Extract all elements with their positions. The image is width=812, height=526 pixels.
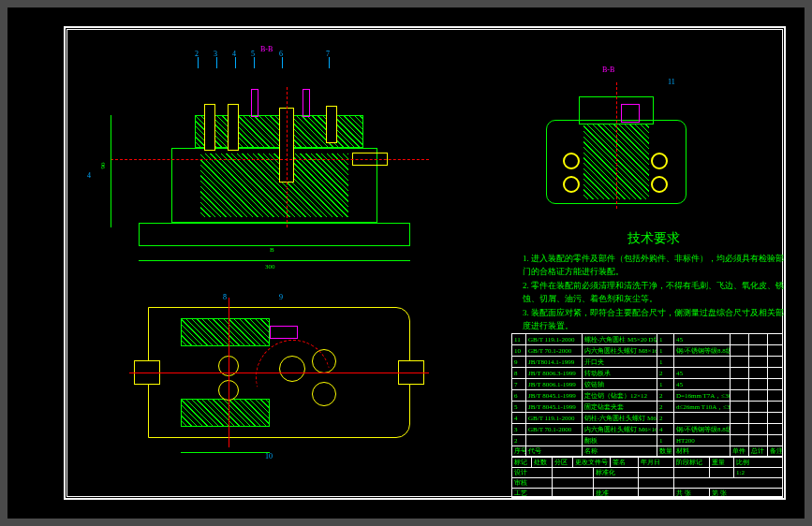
dim-height: 90 (99, 163, 107, 169)
horiz-centerline (111, 159, 429, 160)
callout-8: 8 (223, 293, 227, 301)
tb-mark: 标记 (511, 458, 532, 467)
tb-sheet: 第 张 (710, 489, 783, 497)
bom-row: 4GB/T 119.1-2000销柱-六角圆柱头螺钉 M6×252 (511, 412, 783, 423)
side-hole-l1 (563, 153, 580, 169)
side-section-label: B-B (602, 66, 614, 74)
front-elevation-view: B-B 2 3 4 5 6 7 90 4 300 B (139, 59, 410, 246)
plan-bush-top (270, 326, 298, 339)
plan-v-centerline (229, 298, 229, 447)
bolt-1 (204, 104, 215, 151)
tech-req-title: 技术要求 (523, 230, 785, 247)
tb-approve: 批准 (594, 489, 639, 497)
drill-bush-1 (251, 89, 258, 117)
tech-req-item-3: 3. 装配面应对紧，即符合主要配合尺寸，侧测量过盘综合尺寸及相关部度进行装置。 (523, 307, 785, 332)
tb-ratio: 比例 (734, 458, 783, 467)
callout-10: 10 (265, 452, 273, 460)
side-hole-r1 (651, 153, 668, 169)
bom-hdr-note: 备注 (768, 446, 783, 456)
tb-sign: 签名 (611, 458, 639, 467)
plan-hatch-top (181, 318, 270, 346)
tb-change: 更改文件号 (573, 458, 611, 467)
bom-table: 11GB/T 119.1-2000螺栓-六角圆柱 M5×20 D级14510GB… (511, 333, 783, 446)
tb-zone: 处数 (532, 458, 553, 467)
tb-weight: 重量 (710, 458, 734, 467)
bom-row: 6JB/T 8045.1-1999定位销（钻套）12×122D=16mm T7A… (511, 389, 783, 401)
tb-sheets: 共 张 (674, 489, 710, 497)
bom-row: 9JB/T8014.1-1999开口夹1 (511, 356, 783, 367)
bom-hdr-mat: 材料 (674, 446, 731, 456)
bom-hdr-name: 名称 (583, 446, 657, 456)
bom-row: 5JB/T 8045.1-1999固定钻套夹套2d≤26mm T10A，≤30m… (511, 401, 783, 412)
dim-ext-bottom (139, 260, 410, 261)
bom-hdr-unit: 单件 (731, 446, 749, 456)
bom-row: 3GB/T 70.1-2000内六角圆柱头螺钉 M6×164钢/不锈钢等级8.8… (511, 423, 783, 434)
tb-std: 标准化 (594, 468, 639, 477)
tb-check: 审核 (511, 478, 553, 488)
plan-hatch-bottom (181, 399, 270, 427)
dim-width: 300 (265, 263, 275, 270)
bom-hdr-num: 序号 (511, 446, 526, 456)
tb-proc: 工艺 (511, 489, 553, 497)
tb-design: 设计 (511, 468, 553, 477)
tb-stage: 阶段标记 (674, 458, 710, 467)
tech-req-item-2: 2. 零件在装配前必须清理和清洗干净，不得有毛刺、飞边、氧化皮、锈蚀、切屑、油污… (523, 280, 785, 305)
tb-date: 年月日 (639, 458, 674, 467)
callout-9: 9 (279, 293, 283, 301)
bom-hdr-qty: 数量 (657, 446, 674, 456)
side-section-view: B-B 11 (546, 82, 687, 204)
side-hole-l2 (563, 176, 580, 193)
callout-11: 11 (668, 78, 675, 86)
dim-mid: B (270, 246, 274, 254)
dim-ext-left (111, 115, 111, 227)
base-plate (139, 223, 410, 246)
vert-centerline (287, 87, 288, 227)
bom-row: 11GB/T 119.1-2000螺栓-六角圆柱 M5×20 D级145 (511, 333, 783, 344)
technical-requirements: 技术要求 1. 进入装配的零件及部件（包括外购件、非标件），均必须具有检验部门的… (523, 230, 785, 334)
bom-row: 2翻板1HT200 (511, 434, 783, 446)
bolt-2 (228, 104, 239, 151)
callout-left: 4 (87, 171, 91, 180)
plan-dim-line (181, 452, 270, 453)
bolt-3 (326, 106, 337, 143)
tb-div: 分区 (553, 458, 573, 467)
drill-bush-2 (303, 89, 310, 117)
title-block: 11GB/T 119.1-2000螺栓-六角圆柱 M5×20 D级14510GB… (511, 333, 783, 497)
bom-hdr-total: 总计 (749, 446, 768, 456)
side-centerline (616, 82, 617, 209)
bom-row: 10GB/T 70.1-2000内六角圆柱头螺钉 M8×161钢/不锈钢等级8.… (511, 344, 783, 356)
bom-row: 8JB/T 8006.3-1999转动板承245 (511, 367, 783, 378)
side-hole-r2 (651, 176, 668, 193)
section-label: B-B (260, 45, 273, 53)
side-bush (621, 104, 640, 123)
bom-hdr-code: 代号 (526, 446, 583, 456)
tech-req-item-1: 1. 进入装配的零件及部件（包括外购件、非标件），均必须具有检验部门的合格证方能… (523, 253, 785, 278)
bom-row: 7JB/T 8006.1-1999铰链轴145 (511, 378, 783, 389)
plan-view: 8 9 10 (148, 298, 410, 447)
tb-scale: 1:2 (734, 468, 783, 477)
